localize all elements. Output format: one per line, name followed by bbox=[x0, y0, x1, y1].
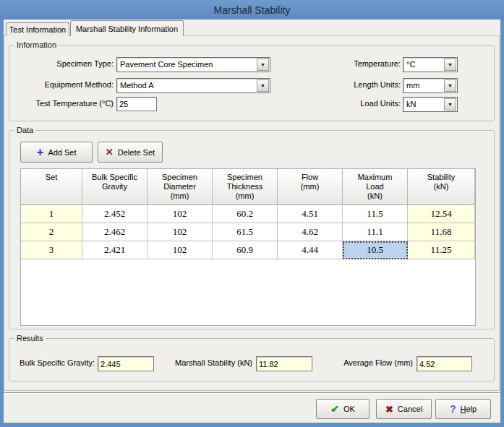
average-flow-result[interactable] bbox=[417, 356, 472, 371]
tab-test-information[interactable]: Test Information bbox=[6, 22, 69, 36]
delete-set-button[interactable]: ✕ Delete Set bbox=[98, 142, 163, 163]
marshall-stability-label: Marshall Stability (kN) bbox=[158, 358, 252, 367]
grid-cell[interactable]: 1 bbox=[21, 205, 82, 223]
ok-button[interactable]: ✔ OK bbox=[316, 399, 370, 419]
average-flow-label: Average Flow (mm) bbox=[319, 358, 413, 367]
plus-icon: + bbox=[36, 147, 43, 158]
delete-set-label: Delete Set bbox=[118, 148, 155, 157]
add-set-label: Add Set bbox=[48, 148, 76, 157]
length-units-combo[interactable]: mm ▼ bbox=[403, 78, 458, 93]
grid-cell[interactable]: 102 bbox=[148, 205, 213, 223]
chevron-down-icon: ▼ bbox=[257, 59, 269, 71]
grid-cell[interactable]: 3 bbox=[21, 241, 82, 259]
table-row: SetBulk Specific GravitySpecimen Diamete… bbox=[21, 169, 475, 205]
grid-cell[interactable]: 4.51 bbox=[278, 205, 343, 223]
grid-cell[interactable]: 11.5 bbox=[343, 205, 408, 223]
grid-cell[interactable]: 60.9 bbox=[213, 241, 278, 259]
load-units-combo[interactable]: kN ▼ bbox=[403, 97, 458, 112]
column-header: Specimen Thickness (mm) bbox=[213, 169, 278, 205]
test-temperature-input[interactable] bbox=[116, 97, 157, 111]
grid-cell[interactable]: 10.5 bbox=[343, 241, 408, 259]
test-temperature-label: Test Temperature (°C) bbox=[9, 99, 114, 108]
x-icon: ✕ bbox=[106, 147, 114, 158]
data-groupbox: Data + Add Set ✕ Delete Set SetBulk Spec… bbox=[9, 130, 495, 329]
specimen-type-combo[interactable]: Pavement Core Specimen ▼ bbox=[116, 57, 270, 72]
chevron-down-icon: ▼ bbox=[444, 98, 456, 111]
grid-cell[interactable]: 11.25 bbox=[408, 241, 475, 259]
specimen-type-label: Specimen Type: bbox=[9, 59, 114, 68]
help-button[interactable]: ? Help bbox=[435, 399, 491, 419]
grid-cell[interactable]: 102 bbox=[148, 241, 213, 259]
ok-label: OK bbox=[343, 405, 355, 413]
marshall-stability-window: Marshall Stability Test Information Mars… bbox=[0, 0, 504, 427]
grid-cell[interactable]: 4.62 bbox=[278, 223, 343, 241]
question-mark-icon: ? bbox=[450, 403, 456, 415]
equipment-method-combo[interactable]: Method A ▼ bbox=[116, 78, 270, 93]
column-header: Flow (mm) bbox=[278, 169, 343, 205]
data-legend: Data bbox=[14, 126, 35, 134]
results-groupbox: Results Bulk Specific Gravity: Marshall … bbox=[9, 338, 495, 381]
results-legend: Results bbox=[14, 334, 46, 342]
load-units-value: kN bbox=[406, 100, 416, 108]
column-header: Maximum Load (kN) bbox=[343, 169, 408, 205]
chevron-down-icon: ▼ bbox=[444, 79, 456, 92]
equipment-method-label: Equipment Method: bbox=[9, 80, 114, 89]
table-row: 22.46210261.54.6211.111.68 bbox=[21, 223, 475, 241]
chevron-down-icon: ▼ bbox=[444, 59, 456, 71]
grid-cell[interactable]: 2.462 bbox=[82, 223, 148, 241]
window-title: Marshall Stability bbox=[214, 4, 291, 16]
table-row: 32.42110260.94.4410.511.25 bbox=[21, 241, 475, 259]
marshall-stability-result[interactable] bbox=[256, 356, 312, 371]
column-header: Set bbox=[21, 169, 82, 205]
grid-cell[interactable]: 60.2 bbox=[213, 205, 278, 223]
cancel-button[interactable]: ✖ Cancel bbox=[376, 399, 432, 419]
grid-cell[interactable]: 11.68 bbox=[408, 223, 475, 241]
dialog-body: Test Information Marshall Stability Info… bbox=[4, 20, 500, 423]
column-header: Specimen Diameter (mm) bbox=[148, 169, 213, 205]
grid-cell[interactable]: 61.5 bbox=[213, 223, 278, 241]
tab-label: Marshall Stability Information bbox=[76, 25, 178, 33]
table-row: 12.45210260.24.5111.512.54 bbox=[21, 205, 475, 223]
grid-cell[interactable]: 12.54 bbox=[408, 205, 475, 223]
column-header: Bulk Specific Gravity bbox=[82, 169, 148, 205]
window-titlebar[interactable]: Marshall Stability bbox=[0, 0, 504, 20]
grid-cell[interactable]: 11.1 bbox=[343, 223, 408, 241]
help-label: Help bbox=[460, 405, 477, 413]
load-units-label: Load Units: bbox=[308, 99, 401, 108]
length-units-value: mm bbox=[406, 81, 419, 90]
footer-separator bbox=[4, 392, 500, 394]
grid-cell[interactable]: 102 bbox=[148, 223, 213, 241]
specimen-type-value: Pavement Core Specimen bbox=[120, 60, 213, 69]
information-legend: Information bbox=[14, 40, 59, 49]
information-groupbox: Information Specimen Type: Pavement Core… bbox=[9, 45, 495, 121]
temperature-combo[interactable]: °C ▼ bbox=[403, 57, 458, 72]
cancel-label: Cancel bbox=[398, 405, 422, 413]
length-units-label: Length Units: bbox=[308, 80, 401, 89]
equipment-method-value: Method A bbox=[120, 81, 153, 90]
data-grid: SetBulk Specific GravitySpecimen Diamete… bbox=[20, 168, 476, 326]
bulk-specific-gravity-result[interactable] bbox=[98, 356, 154, 371]
tab-label: Test Information bbox=[9, 25, 66, 34]
x-icon: ✖ bbox=[385, 404, 393, 415]
bulk-specific-gravity-label: Bulk Specific Gravity: bbox=[9, 358, 95, 367]
check-icon: ✔ bbox=[330, 403, 339, 415]
grid-cell[interactable]: 2.452 bbox=[82, 205, 148, 223]
tab-marshall-stability-information[interactable]: Marshall Stability Information bbox=[70, 20, 184, 36]
add-set-button[interactable]: + Add Set bbox=[20, 142, 93, 163]
temperature-label: Temperature: bbox=[308, 59, 401, 68]
grid-cell[interactable]: 2.421 bbox=[82, 241, 148, 259]
chevron-down-icon: ▼ bbox=[257, 79, 269, 92]
grid-cell[interactable]: 4.44 bbox=[278, 241, 343, 259]
temperature-value: °C bbox=[406, 60, 415, 69]
grid-cell[interactable]: 2 bbox=[21, 223, 82, 241]
column-header: Stability (kN) bbox=[408, 169, 475, 205]
